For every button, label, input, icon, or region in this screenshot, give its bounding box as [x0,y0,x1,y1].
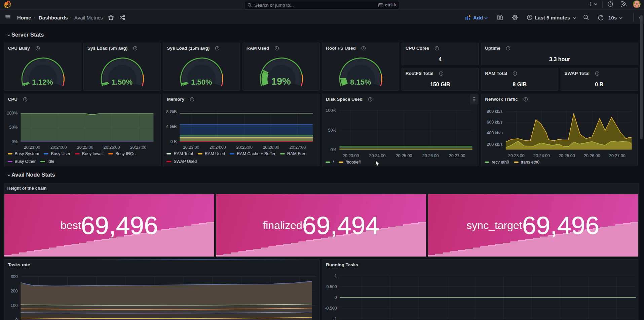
svg-text:0%: 0% [331,147,337,152]
svg-text:200 kb/s: 200 kb/s [487,142,502,146]
svg-text:200: 200 [10,288,17,293]
svg-text:20:24:00: 20:24:00 [369,153,386,158]
svg-text:300: 300 [10,274,17,279]
svg-text:0%: 0% [11,139,17,144]
svg-text:400 kb/s: 400 kb/s [487,131,502,135]
svg-text:100: 100 [10,303,17,308]
svg-text:0: 0 [15,317,17,320]
svg-text:20:27:00: 20:27:00 [609,153,626,158]
svg-text:4 GiB: 4 GiB [166,124,177,129]
svg-text:20:23:00: 20:23:00 [343,153,359,158]
svg-text:0.500: 0.500 [327,284,337,289]
svg-text:20:26:00: 20:26:00 [263,145,279,150]
svg-text:20:26:00: 20:26:00 [422,153,439,158]
svg-text:20:26:00: 20:26:00 [103,145,120,150]
svg-text:20:24:00: 20:24:00 [50,145,67,150]
svg-text:800 kb/s: 800 kb/s [487,109,502,113]
svg-text:20:27:00: 20:27:00 [449,153,465,158]
svg-text:100%: 100% [326,108,337,113]
svg-text:20:23:00: 20:23:00 [508,153,525,158]
svg-text:20:27:00: 20:27:00 [130,145,146,150]
svg-text:1: 1 [335,273,337,278]
svg-text:0: 0 [335,295,337,300]
svg-text:20:25:00: 20:25:00 [559,153,575,158]
svg-text:20:24:00: 20:24:00 [210,145,226,150]
svg-text:-1: -1 [333,316,337,320]
svg-text:0 B: 0 B [171,139,177,144]
svg-text:20:25:00: 20:25:00 [77,145,93,150]
svg-text:20:23:00: 20:23:00 [183,145,199,150]
svg-text:8 GiB: 8 GiB [166,109,177,114]
svg-text:50%: 50% [9,125,17,130]
svg-text:20:23:00: 20:23:00 [24,145,40,150]
svg-text:-0.500: -0.500 [325,306,337,310]
svg-text:20:24:00: 20:24:00 [533,153,550,158]
svg-text:20:25:00: 20:25:00 [236,145,253,150]
svg-text:20:26:00: 20:26:00 [584,153,600,158]
svg-text:600 kb/s: 600 kb/s [487,120,502,125]
svg-text:20:25:00: 20:25:00 [396,153,412,158]
svg-text:50%: 50% [328,128,337,132]
svg-text:20:27:00: 20:27:00 [290,145,306,150]
svg-text:100%: 100% [7,110,17,115]
